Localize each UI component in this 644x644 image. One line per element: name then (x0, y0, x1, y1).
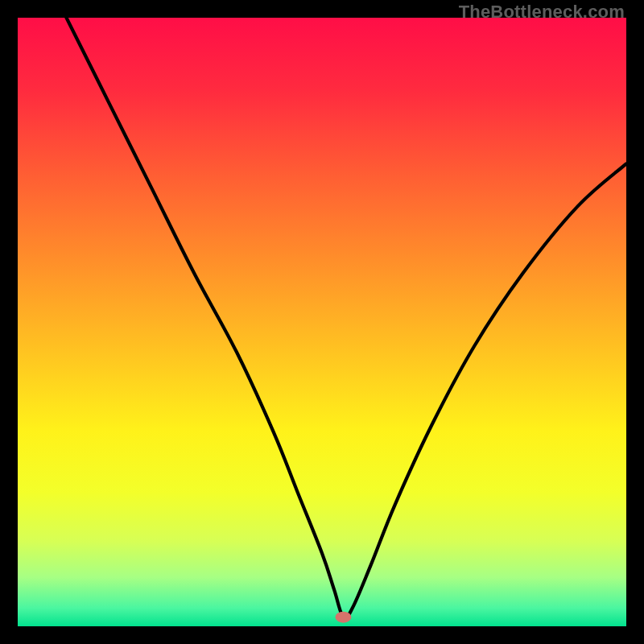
minimum-marker (335, 612, 351, 623)
chart-frame: TheBottleneck.com (0, 0, 644, 644)
gradient-background (18, 18, 626, 626)
attribution-text: TheBottleneck.com (459, 2, 625, 23)
bottleneck-chart (18, 18, 626, 626)
